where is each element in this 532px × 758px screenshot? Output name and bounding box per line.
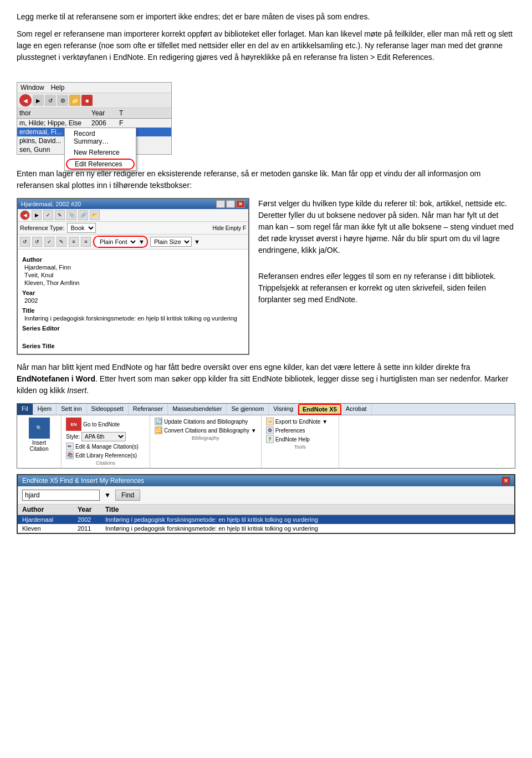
ribbon-group-citations: EN Go to EndNote Style: APA 6th ✏ Edit &… xyxy=(62,415,150,468)
bibliography-group-label: Bibliography xyxy=(192,435,219,441)
tab-se-gjennom: Se gjennom xyxy=(227,404,269,415)
nav-url-icon[interactable]: 🔗 xyxy=(78,210,88,220)
style-row: Style: APA 6th xyxy=(66,432,126,441)
author-value-3: Kleven, Thor Arnfinn xyxy=(24,279,244,286)
nav-attach-icon[interactable]: 📎 xyxy=(66,210,76,220)
series-editor-value xyxy=(22,333,244,339)
edit-library-row: 📚 Edit Library Reference(s) xyxy=(66,451,137,459)
year-value: 2002 xyxy=(24,297,244,304)
en-goto-label: Go to EndNote xyxy=(83,421,120,428)
paragraph-3: Enten man lager en ny eller redigerer en… xyxy=(17,168,515,191)
series-title-label: Series Title xyxy=(22,343,244,349)
size-dropdown-icon: ▼ xyxy=(194,238,200,245)
col-year: Year xyxy=(91,109,119,117)
font-select[interactable]: Plain Font xyxy=(96,237,137,247)
p5-bold: EndNotefanen i Word xyxy=(17,374,95,383)
font-dropdown-icon: ▼ xyxy=(139,238,145,245)
size-select[interactable]: Plain Size xyxy=(150,237,192,247)
nav-forward-icon[interactable]: ▶ xyxy=(32,210,42,220)
find-row2-author: Kleven xyxy=(22,525,78,532)
convert-citations-row: 🔁 Convert Citations and Bibliography ▼ xyxy=(155,426,257,434)
ribbon-tabs: Fil Hjem Sett inn Sideoppsett Referanser… xyxy=(17,404,515,415)
p5-italic: Insert xyxy=(67,386,86,395)
find-close-btn[interactable]: ✕ xyxy=(502,477,510,485)
tab-fil: Fil xyxy=(17,404,33,415)
insert-citation-btn: 🔍 InsertCitation xyxy=(29,418,50,452)
nav-edit-icon[interactable]: ✎ xyxy=(55,210,65,220)
col-title: T xyxy=(119,109,163,117)
tab-sett-inn: Sett inn xyxy=(57,404,86,415)
context-menu: Record Summary… New Reference Edit Refer… xyxy=(64,128,136,171)
context-menu-item-edit-references: Edit References xyxy=(66,159,135,170)
title-value: Innføring i pedagogisk forskningsmetode:… xyxy=(24,315,244,322)
en-goto-icon: EN xyxy=(66,418,81,431)
reference-type-toolbar: Reference Type: Book Hide Empty F xyxy=(18,222,248,235)
text-right-1: Først velger du hvilken type kilde du re… xyxy=(258,198,515,256)
update-citations-row: 🔄 Update Citations and Bibliography xyxy=(155,418,248,425)
record-nav-toolbar: ◀ ▶ ✓ ✎ 📎 🔗 📂 xyxy=(18,209,248,222)
edit-library-icon: 📚 xyxy=(66,451,74,459)
convert-citations-icon: 🔁 xyxy=(155,426,162,434)
endnote-folder-icon: 📁 xyxy=(69,95,80,106)
style-select[interactable]: APA 6th xyxy=(81,432,126,441)
insert-citation-label: InsertCitation xyxy=(30,440,49,452)
nav-open-icon[interactable]: 📂 xyxy=(90,210,100,220)
ribbon-group-insert-citation: 🔍 InsertCitation xyxy=(17,415,62,468)
update-citations-icon: 🔄 xyxy=(155,418,162,425)
col-author-header: Author xyxy=(22,506,78,513)
tab-referanser: Referanser xyxy=(129,404,168,415)
en-goto-endnote-row: EN Go to EndNote xyxy=(66,418,120,431)
close-btn[interactable]: ✕ xyxy=(236,200,245,208)
font-icon-1[interactable]: ↺ xyxy=(20,237,30,247)
find-search-row: ▼ Find xyxy=(18,486,514,505)
find-list-row-normal[interactable]: Kleven 2011 Innføring i pedagogisk forsk… xyxy=(18,524,514,533)
row-year: 2006 xyxy=(91,119,119,127)
export-endnote-icon: → xyxy=(266,418,274,425)
endnote-forward-icon: ▶ xyxy=(33,95,44,106)
text-referansen: Referansen endres xyxy=(258,272,326,281)
endnote-red-icon: ■ xyxy=(81,95,93,106)
endnote-refresh-icon: ↺ xyxy=(45,95,56,106)
tab-visning: Visning xyxy=(269,404,298,415)
nav-back-icon[interactable]: ◀ xyxy=(20,210,30,220)
font-icon-3[interactable]: ✓ xyxy=(44,237,54,247)
font-icon-4[interactable]: ✎ xyxy=(57,237,66,247)
minimize-btn[interactable]: _ xyxy=(216,200,225,208)
update-citations-label: Update Citations and Bibliography xyxy=(164,419,248,425)
convert-citations-label: Convert Citations and Bibliography ▼ xyxy=(164,428,257,434)
find-list-row-selected[interactable]: Hjardemaal 2002 Innføring i pedagogisk f… xyxy=(18,515,514,524)
find-dropdown-arrow: ▼ xyxy=(104,491,111,499)
titlebar-buttons: _ □ ✕ xyxy=(216,200,245,208)
text-beside-record: Først velger du hvilken type kilde du re… xyxy=(258,198,515,355)
text-eller-italic: eller xyxy=(326,272,341,281)
font-icon-6[interactable]: ≡ xyxy=(81,237,91,247)
find-button[interactable]: Find xyxy=(115,490,140,501)
font-icon-5[interactable]: ≡ xyxy=(69,237,79,247)
ribbon-group-bibliography: 🔄 Update Citations and Bibliography 🔁 Co… xyxy=(150,415,262,468)
author-value-1: Hjardemaal, Finn xyxy=(24,264,244,271)
text-right-2: Referansen endres eller legges til som e… xyxy=(258,271,515,306)
nav-checkmark-icon[interactable]: ✓ xyxy=(43,210,53,220)
export-endnote-row: → Export to EndNote ▼ xyxy=(266,418,328,425)
word-ribbon-screenshot: Fil Hjem Sett inn Sideoppsett Referanser… xyxy=(17,403,515,469)
tab-sideoppsett: Sideoppsett xyxy=(87,404,129,415)
reference-type-select[interactable]: Book xyxy=(67,223,96,233)
title-label: Title xyxy=(22,307,244,314)
endnote-help-icon: ? xyxy=(266,435,274,443)
find-row2-year: 2011 xyxy=(78,525,105,532)
tab-acrobat: Acrobat xyxy=(341,404,372,415)
tab-endnote-x5: EndNote X5 xyxy=(298,404,341,415)
find-list-header: Author Year Title xyxy=(18,505,514,515)
style-label: Style: xyxy=(66,434,80,440)
edit-manage-icon: ✏ xyxy=(66,442,74,450)
col-year-header: Year xyxy=(78,506,105,513)
find-search-input[interactable] xyxy=(22,490,100,501)
find-insert-titlebar: EndNote X5 Find & Insert My References ✕ xyxy=(18,475,514,486)
ribbon-content: 🔍 InsertCitation EN Go to EndNote Style:… xyxy=(17,415,515,468)
row-extra: F xyxy=(119,119,163,127)
maximize-btn[interactable]: □ xyxy=(226,200,235,208)
find-row1-year: 2002 xyxy=(78,516,105,523)
edit-manage-label: Edit & Manage Citation(s) xyxy=(75,444,139,450)
font-icon-2[interactable]: ↺ xyxy=(32,237,42,247)
find-row2-title: Innføring i pedagogisk forskningsmetode:… xyxy=(105,525,510,532)
